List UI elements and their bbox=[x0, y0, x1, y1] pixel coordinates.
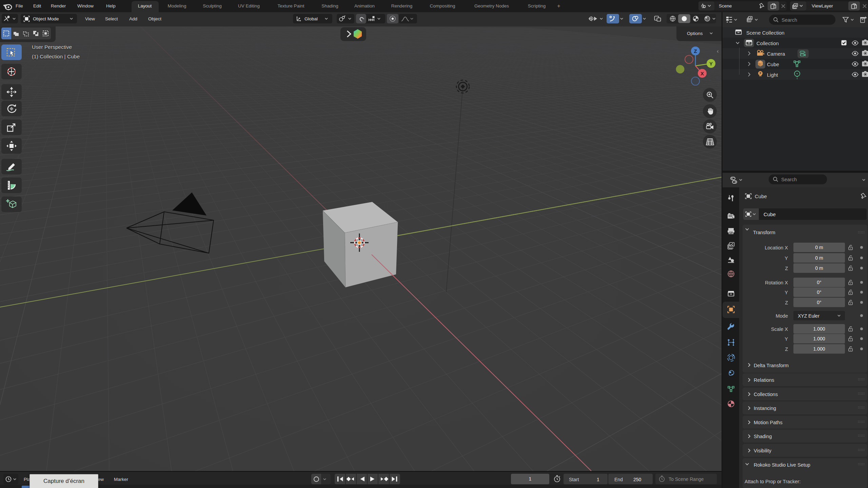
svg-text:Y: Y bbox=[709, 61, 713, 67]
svg-text:Z: Z bbox=[694, 48, 697, 54]
svg-text:X: X bbox=[701, 71, 704, 76]
